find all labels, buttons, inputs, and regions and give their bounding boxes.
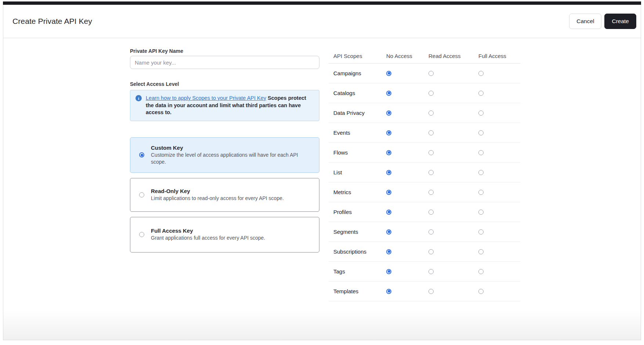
radio-cell bbox=[478, 269, 520, 274]
header-actions: Cancel Create bbox=[569, 14, 636, 29]
radio-no-access-flows[interactable] bbox=[386, 150, 391, 155]
radio-cell bbox=[478, 110, 520, 116]
radio-no-access-events[interactable] bbox=[386, 130, 391, 135]
info-banner-text: Learn how to apply Scopes to your Privat… bbox=[146, 95, 312, 116]
radio-full-access-data-privacy[interactable] bbox=[478, 110, 484, 116]
radio-cell bbox=[428, 71, 478, 76]
option-description: Customize the level of access applicatio… bbox=[151, 152, 303, 166]
radio-read-access-tags[interactable] bbox=[428, 269, 434, 274]
scope-label: Subscriptions bbox=[329, 248, 386, 255]
scope-row-flows: Flows bbox=[329, 143, 520, 163]
radio-no-access-templates[interactable] bbox=[386, 289, 391, 294]
access-level-options: Custom KeyCustomize the level of access … bbox=[130, 137, 319, 253]
radio-full-access-templates[interactable] bbox=[478, 289, 484, 294]
option-description: Grant applications full access for every… bbox=[151, 235, 265, 242]
access-level-label: Select Access Level bbox=[130, 81, 319, 87]
radio-full-access-key[interactable] bbox=[139, 232, 144, 237]
scope-row-campaigns: Campaigns bbox=[329, 63, 520, 83]
radio-full-access-catalogs[interactable] bbox=[478, 91, 484, 96]
radio-full-access-tags[interactable] bbox=[478, 269, 484, 274]
radio-cell bbox=[428, 249, 478, 254]
key-settings-column: Private API Key Name Select Access Level… bbox=[130, 48, 319, 258]
option-text: Read-Only KeyLimit applications to read-… bbox=[151, 188, 284, 202]
radio-full-access-metrics[interactable] bbox=[478, 190, 484, 195]
scope-label: Events bbox=[329, 130, 386, 136]
option-title: Custom Key bbox=[151, 145, 303, 151]
radio-no-access-subscriptions[interactable] bbox=[386, 249, 391, 254]
radio-cell bbox=[428, 170, 478, 175]
radio-cell bbox=[478, 150, 520, 155]
radio-no-access-campaigns[interactable] bbox=[386, 71, 391, 76]
radio-full-access-list[interactable] bbox=[478, 170, 484, 175]
radio-full-access-campaigns[interactable] bbox=[478, 71, 484, 76]
radio-read-access-segments[interactable] bbox=[428, 229, 434, 235]
radio-read-access-campaigns[interactable] bbox=[428, 71, 434, 76]
access-option-custom-key[interactable]: Custom KeyCustomize the level of access … bbox=[130, 137, 319, 173]
radio-no-access-list[interactable] bbox=[386, 170, 391, 175]
radio-read-access-profiles[interactable] bbox=[428, 210, 434, 215]
radio-cell bbox=[428, 150, 478, 155]
scope-row-tags: Tags bbox=[329, 262, 520, 282]
scope-row-subscriptions: Subscriptions bbox=[329, 242, 520, 262]
radio-no-access-catalogs[interactable] bbox=[386, 91, 391, 96]
radio-cell bbox=[478, 249, 520, 254]
radio-full-access-events[interactable] bbox=[478, 130, 484, 135]
create-api-key-modal: Create Private API Key Cancel Create Pri… bbox=[3, 5, 641, 340]
scope-row-events: Events bbox=[329, 123, 520, 143]
create-button[interactable]: Create bbox=[604, 14, 636, 29]
radio-read-access-data-privacy[interactable] bbox=[428, 110, 434, 116]
radio-cell bbox=[386, 130, 428, 135]
column-header-read-access: Read Access bbox=[428, 53, 478, 59]
radio-no-access-tags[interactable] bbox=[386, 269, 391, 274]
scope-row-list: List bbox=[329, 163, 520, 182]
radio-custom-key[interactable] bbox=[139, 152, 144, 157]
modal-header: Create Private API Key Cancel Create bbox=[3, 5, 641, 38]
radio-read-access-metrics[interactable] bbox=[428, 190, 434, 195]
radio-cell bbox=[386, 110, 428, 116]
radio-read-access-templates[interactable] bbox=[428, 289, 434, 294]
key-name-input[interactable] bbox=[130, 56, 319, 69]
scope-label: Segments bbox=[329, 229, 386, 235]
radio-full-access-subscriptions[interactable] bbox=[478, 249, 484, 254]
scope-label: List bbox=[329, 169, 386, 175]
scope-row-catalogs: Catalogs bbox=[329, 83, 520, 103]
radio-no-access-profiles[interactable] bbox=[386, 210, 391, 215]
page-title: Create Private API Key bbox=[12, 17, 92, 26]
radio-no-access-data-privacy[interactable] bbox=[386, 110, 391, 116]
scope-label: Metrics bbox=[329, 189, 386, 195]
radio-cell bbox=[478, 210, 520, 215]
radio-read-access-list[interactable] bbox=[428, 170, 434, 175]
radio-cell bbox=[386, 170, 428, 175]
top-dark-bar bbox=[3, 1, 641, 5]
radio-read-only-key[interactable] bbox=[139, 192, 144, 197]
access-option-read-only-key[interactable]: Read-Only KeyLimit applications to read-… bbox=[130, 178, 319, 212]
radio-read-access-catalogs[interactable] bbox=[428, 91, 434, 96]
radio-cell bbox=[386, 249, 428, 254]
scope-label: Data Privacy bbox=[329, 110, 386, 116]
radio-no-access-segments[interactable] bbox=[386, 229, 391, 235]
scope-label: Templates bbox=[329, 288, 386, 294]
radio-cell bbox=[386, 71, 428, 76]
radio-cell bbox=[428, 269, 478, 274]
radio-full-access-segments[interactable] bbox=[478, 229, 484, 235]
radio-no-access-metrics[interactable] bbox=[386, 190, 391, 195]
scope-label: Campaigns bbox=[329, 70, 386, 76]
scopes-help-link[interactable]: Learn how to apply Scopes to your Privat… bbox=[146, 95, 266, 101]
radio-cell bbox=[386, 269, 428, 274]
radio-cell bbox=[428, 91, 478, 96]
cancel-button[interactable]: Cancel bbox=[569, 14, 601, 29]
radio-cell bbox=[386, 210, 428, 215]
column-header-api-scopes: API Scopes bbox=[329, 53, 386, 59]
scopes-table: API Scopes No Access Read Access Full Ac… bbox=[329, 48, 520, 301]
scope-label: Tags bbox=[329, 268, 386, 275]
radio-read-access-events[interactable] bbox=[428, 130, 434, 135]
radio-read-access-flows[interactable] bbox=[428, 150, 434, 155]
access-option-full-access-key[interactable]: Full Access KeyGrant applications full a… bbox=[130, 217, 319, 253]
radio-cell bbox=[478, 229, 520, 235]
scope-row-profiles: Profiles bbox=[329, 202, 520, 222]
radio-full-access-flows[interactable] bbox=[478, 150, 484, 155]
option-title: Read-Only Key bbox=[151, 188, 284, 194]
radio-full-access-profiles[interactable] bbox=[478, 210, 484, 215]
radio-read-access-subscriptions[interactable] bbox=[428, 249, 434, 254]
scope-row-data-privacy: Data Privacy bbox=[329, 103, 520, 123]
